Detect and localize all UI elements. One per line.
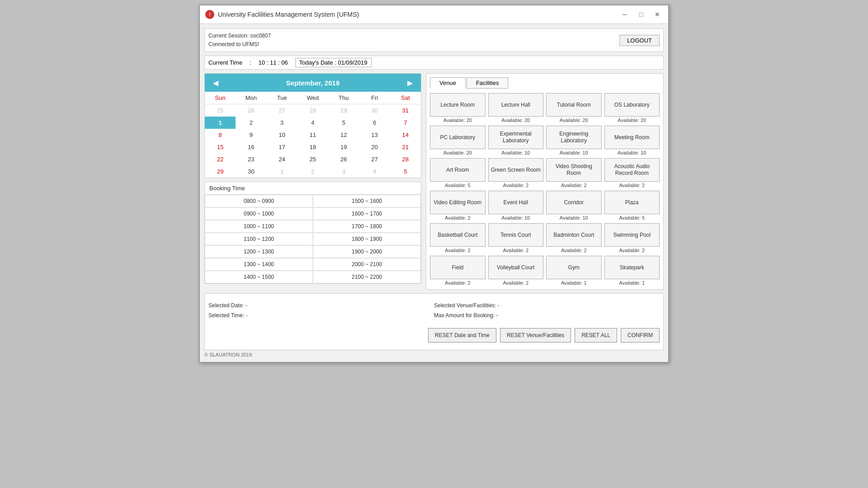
calendar-day[interactable]: 29 [205,165,236,178]
tab-venue[interactable]: Venue [430,77,466,89]
calendar-day[interactable]: 4 [297,117,328,129]
time-slot[interactable]: 0800 ~ 0900 [205,195,313,207]
time-slot[interactable]: 1200 ~ 1300 [205,245,313,258]
facility-item: Badminton CourtAvailable: 2 [546,223,602,253]
facility-button[interactable]: Plaza [604,191,660,214]
facility-button[interactable]: Tutorial Room [546,93,602,117]
time-slot[interactable]: 1800 ~ 1900 [313,233,421,245]
calendar-day[interactable]: 9 [236,129,266,141]
calendar-day[interactable]: 7 [390,117,421,129]
time-slot[interactable]: 0900 ~ 1000 [205,207,313,220]
prev-month-button[interactable]: ◀ [210,77,221,88]
calendar-day[interactable]: 2 [236,117,266,129]
maximize-button[interactable]: □ [636,9,646,20]
facility-button[interactable]: Volleyball Court [488,256,544,279]
facility-button[interactable]: OS Laboratory [604,93,660,117]
reset-venue-button[interactable]: RESET Venue/Facilities [500,328,571,343]
calendar-day[interactable]: 26 [236,104,266,117]
facility-availability: Available: 20 [443,150,472,155]
calendar-day[interactable]: 3 [328,165,359,178]
calendar-day[interactable]: 20 [359,141,390,153]
time-slot[interactable]: 1600 ~ 1700 [313,207,421,220]
time-slot[interactable]: 1500 ~ 1600 [313,195,421,207]
session-line2: Connected to UFMS! [208,40,271,49]
facility-button[interactable]: Tennis Court [488,223,544,247]
confirm-button[interactable]: CONFIRM [621,328,660,343]
calendar-day[interactable]: 29 [328,104,359,117]
calendar-day[interactable]: 25 [205,104,236,117]
facility-button[interactable]: Lecture Hall [488,93,544,117]
selected-venue-label: Selected Venue/Facilities: - [434,301,660,311]
time-slot[interactable]: 1000 ~ 1100 [205,220,313,233]
facility-button[interactable]: Art Room [430,158,486,182]
time-slot[interactable]: 1400 ~ 1500 [205,271,313,283]
calendar-day[interactable]: 1 [267,165,297,178]
calendar-day[interactable]: 12 [328,129,359,141]
reset-date-time-button[interactable]: RESET Date and Time [428,328,496,343]
calendar-day[interactable]: 26 [328,153,359,165]
minimize-button[interactable]: ─ [619,9,630,20]
time-slot[interactable]: 1300 ~ 1400 [205,258,313,271]
facility-button[interactable]: Event Hall [488,191,544,214]
calendar-day[interactable]: 2 [297,165,328,178]
facility-button[interactable]: Video Shooting Room [546,158,602,182]
facility-availability: Available: 10 [560,150,588,155]
calendar-day[interactable]: 14 [390,129,421,141]
calendar-day[interactable]: 16 [236,141,266,153]
calendar-day[interactable]: 4 [359,165,390,178]
time-slot[interactable]: 2000 ~ 2100 [313,258,421,271]
next-month-button[interactable]: ▶ [405,77,415,88]
facility-button[interactable]: Video Editing Room [430,191,486,214]
calendar-day[interactable]: 11 [297,129,328,141]
calendar-day[interactable]: 5 [328,117,359,129]
time-slot[interactable]: 2100 ~ 2200 [313,271,421,283]
facility-button[interactable]: Engineering Laboratory [546,126,602,149]
calendar-day[interactable]: 27 [359,153,390,165]
reset-all-button[interactable]: RESET ALL [575,328,617,343]
calendar-day[interactable]: 30 [236,165,266,178]
facility-button[interactable]: Skatepark [604,256,660,279]
calendar-day[interactable]: 24 [267,153,297,165]
facility-button[interactable]: Basketball Court [430,223,486,247]
facility-button[interactable]: PC Laboratory [430,126,486,149]
close-button[interactable]: ✕ [652,9,663,20]
calendar-day[interactable]: 10 [267,129,297,141]
calendar-day[interactable]: 28 [297,104,328,117]
calendar-day[interactable]: 22 [205,153,236,165]
calendar-day[interactable]: 5 [390,165,421,178]
calendar-day[interactable]: 30 [359,104,390,117]
calendar-week: 15161718192021 [205,141,421,153]
calendar-day[interactable]: 8 [205,129,236,141]
calendar-day[interactable]: 19 [328,141,359,153]
facility-button[interactable]: Swimming Pool [604,223,660,247]
calendar-day[interactable]: 21 [390,141,421,153]
calendar-day[interactable]: 3 [267,117,297,129]
facility-button[interactable]: Corridor [546,191,602,214]
calendar-day[interactable]: 28 [390,153,421,165]
facility-button[interactable]: Gym [546,256,602,279]
facility-button[interactable]: Green Screen Room [488,158,544,182]
logout-button[interactable]: LOGOUT [619,35,660,46]
facility-button[interactable]: Experimental Laboratory [488,126,544,149]
calendar-day[interactable]: 17 [267,141,297,153]
facility-button[interactable]: Field [430,256,486,279]
calendar-day[interactable]: 6 [359,117,390,129]
facility-button[interactable]: Badminton Court [546,223,602,247]
facility-button[interactable]: Acoustic Audio Record Room [604,158,660,182]
facility-button[interactable]: Meeting Room [604,126,660,149]
time-slot[interactable]: 1100 ~ 1200 [205,233,313,245]
time-slot[interactable]: 1900 ~ 2000 [313,245,421,258]
calendar-day[interactable]: 23 [236,153,266,165]
calendar-day[interactable]: 13 [359,129,390,141]
calendar-day[interactable]: 31 [390,104,421,117]
calendar-day[interactable]: 25 [297,153,328,165]
calendar-day[interactable]: 15 [205,141,236,153]
calendar-day[interactable]: 1 [205,117,236,129]
facility-button[interactable]: Lecture Room [430,93,486,117]
time-slot[interactable]: 1700 ~ 1800 [313,220,421,233]
calendar-day[interactable]: 18 [297,141,328,153]
session-info: Current Session: osc0807 Connected to UF… [208,32,271,49]
tab-facilities[interactable]: Facilities [467,77,509,89]
footer-bar: © SLAUATRON 2019. [204,352,664,357]
calendar-day[interactable]: 27 [267,104,297,117]
